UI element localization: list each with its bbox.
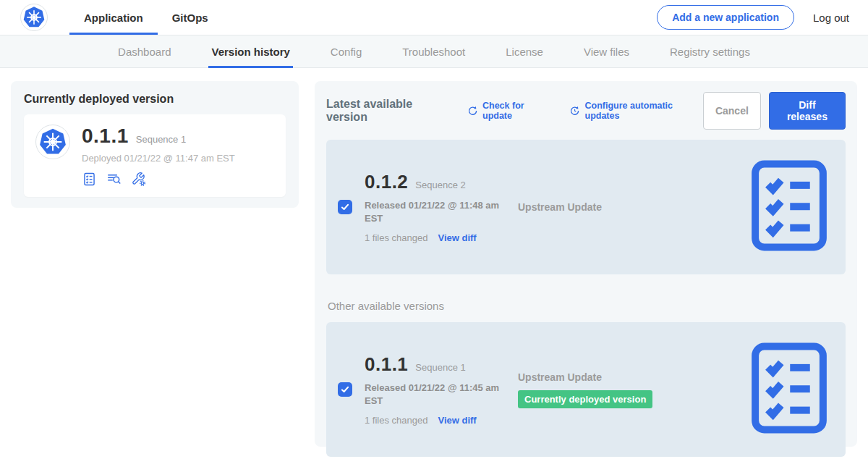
- deployed-timestamp: Deployed 01/21/22 @ 11:47 am EST: [82, 153, 235, 164]
- version-info: 0.1.2 Sequence 2 Released 01/21/22 @ 11:…: [365, 171, 518, 243]
- deploy-logs-icon[interactable]: [106, 172, 122, 187]
- configure-automatic-updates-label: Configure automatic updates: [585, 101, 703, 121]
- subtab-license-label: License: [506, 46, 543, 58]
- tab-gitops[interactable]: GitOps: [158, 0, 223, 35]
- subtab-version-history-label: Version history: [211, 46, 289, 58]
- tab-gitops-label: GitOps: [172, 12, 208, 24]
- edit-config-icon[interactable]: [131, 172, 146, 187]
- add-new-application-button[interactable]: Add a new application: [657, 5, 794, 30]
- configure-automatic-updates-link[interactable]: Configure automatic updates: [569, 101, 703, 121]
- deployed-version-number: 0.1.1: [82, 125, 129, 148]
- preflight-checks-icon[interactable]: [681, 151, 868, 263]
- top-nav-tabs: Application GitOps: [69, 0, 223, 35]
- version-actions: Redeploy: [681, 334, 868, 445]
- released-timestamp: Released 01/21/22 @ 11:48 am EST: [365, 199, 506, 225]
- subtab-registry-settings[interactable]: Registry settings: [650, 35, 770, 67]
- tab-application-label: Application: [84, 12, 143, 24]
- currently-deployed-card: 0.1.1 Sequence 1 Deployed 01/21/22 @ 11:…: [24, 114, 286, 197]
- subtab-registry-settings-label: Registry settings: [670, 46, 750, 58]
- source-label: Upstream Update: [518, 201, 681, 213]
- kubernetes-wheel-icon: [38, 127, 67, 156]
- subtab-troubleshoot-label: Troubleshoot: [402, 46, 465, 58]
- currently-deployed-title: Currently deployed version: [24, 93, 286, 106]
- released-timestamp: Released 01/21/22 @ 11:45 am EST: [365, 382, 506, 408]
- version-number: 0.1.1: [365, 353, 408, 376]
- version-checkbox-0-1-1[interactable]: [338, 382, 352, 397]
- subtab-version-history[interactable]: Version history: [191, 35, 310, 67]
- version-actions: Deploy: [681, 151, 868, 263]
- version-info: 0.1.1 Sequence 1 Released 01/21/22 @ 11:…: [365, 353, 518, 426]
- version-number: 0.1.2: [365, 171, 408, 193]
- kubernetes-wheel-icon: [22, 6, 46, 29]
- version-source: Upstream Update Currently deployed versi…: [518, 371, 681, 408]
- deployed-version-info: 0.1.1 Sequence 1 Deployed 01/21/22 @ 11:…: [82, 125, 235, 187]
- files-changed-label: 1 files changed: [365, 415, 427, 426]
- main-content: Currently deployed version 0.1.1 Sequenc…: [0, 68, 868, 459]
- subtab-license[interactable]: License: [485, 35, 563, 67]
- latest-available-title: Latest available version: [326, 98, 450, 124]
- sequence-label: Sequence 2: [415, 180, 465, 190]
- sequence-label: Sequence 1: [415, 362, 465, 373]
- files-changed-label: 1 files changed: [365, 232, 427, 243]
- available-versions-header: Latest available version Check for updat…: [326, 92, 846, 130]
- subtab-view-files[interactable]: View files: [563, 35, 650, 67]
- other-available-versions-title: Other available versions: [328, 300, 846, 312]
- version-source: Upstream Update: [518, 201, 681, 213]
- subtab-dashboard[interactable]: Dashboard: [98, 35, 191, 67]
- refresh-icon: [467, 105, 478, 117]
- cancel-button[interactable]: Cancel: [703, 92, 761, 130]
- version-card-0-1-1: 0.1.1 Sequence 1 Released 01/21/22 @ 11:…: [326, 322, 846, 457]
- version-checkbox-0-1-2[interactable]: [338, 200, 352, 214]
- subtab-view-files-label: View files: [584, 46, 629, 58]
- check-icon: [340, 202, 350, 212]
- available-versions-panel: Latest available version Check for updat…: [315, 81, 857, 447]
- subtab-troubleshoot[interactable]: Troubleshoot: [382, 35, 485, 67]
- tab-application[interactable]: Application: [69, 0, 158, 35]
- subtab-config[interactable]: Config: [310, 35, 382, 67]
- check-for-update-link[interactable]: Check for update: [467, 101, 552, 121]
- view-diff-link[interactable]: View diff: [438, 415, 476, 426]
- app-icon: [35, 125, 70, 159]
- preflight-checks-icon[interactable]: [681, 334, 868, 445]
- deployed-sequence-label: Sequence 1: [136, 134, 186, 145]
- check-icon: [340, 384, 350, 395]
- preflight-checks-icon[interactable]: [82, 172, 97, 187]
- diff-releases-button[interactable]: Diff releases: [769, 92, 846, 130]
- auto-update-icon: [569, 105, 580, 117]
- currently-deployed-panel: Currently deployed version 0.1.1 Sequenc…: [11, 81, 299, 208]
- view-diff-link[interactable]: View diff: [438, 232, 476, 243]
- top-nav-right: Add a new application Log out: [657, 5, 849, 30]
- source-label: Upstream Update: [518, 371, 681, 383]
- subtab-config-label: Config: [331, 46, 362, 58]
- app-sub-nav: Dashboard Version history Config Trouble…: [0, 35, 868, 68]
- top-nav: Application GitOps Add a new application…: [0, 0, 868, 35]
- version-card-0-1-2: 0.1.2 Sequence 2 Released 01/21/22 @ 11:…: [326, 140, 846, 274]
- check-for-update-label: Check for update: [482, 101, 552, 121]
- logout-link[interactable]: Log out: [813, 12, 849, 24]
- kubernetes-logo: [20, 4, 48, 31]
- subtab-dashboard-label: Dashboard: [118, 46, 171, 58]
- currently-deployed-badge: Currently deployed version: [518, 390, 652, 408]
